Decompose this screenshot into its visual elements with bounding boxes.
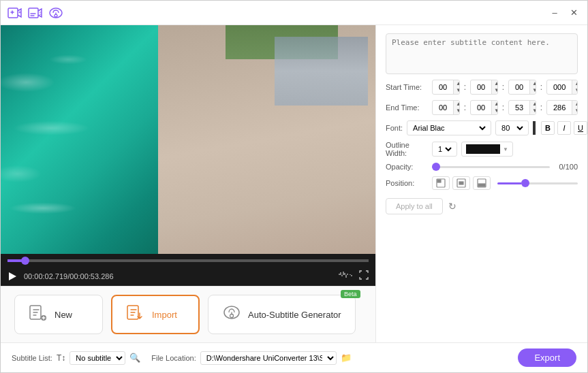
end-min-spinner[interactable]: ▲ ▼ [470,100,498,115]
end-hour-input[interactable] [433,102,453,113]
position-slider[interactable] [497,182,578,184]
outline-row: Outline Width: 1 2 3 ▼ [386,141,578,157]
end-ms-up[interactable]: ▲ [572,101,578,108]
outline-width-select[interactable]: 1 2 3 [432,142,457,157]
file-location-section: File Location: D:\Wondershare UniConvert… [151,351,351,365]
import-icon [126,303,145,326]
end-sec-up[interactable]: ▲ [530,101,536,108]
bold-button[interactable]: B [541,121,555,135]
opacity-row: Opacity: 0/100 [386,163,578,171]
underline-button[interactable]: U [574,121,587,135]
format-buttons: B I U [541,121,587,135]
font-label: Font: [386,124,403,132]
subtitle-icon: T↕ [57,353,65,363]
end-sec-down[interactable]: ▼ [530,108,536,114]
start-hour-up[interactable]: ▲ [454,80,460,87]
app-icons [7,5,63,20]
end-ms-down[interactable]: ▼ [572,108,578,114]
font-size-dropdown[interactable]: 80 60 100 [499,123,525,133]
start-min-down[interactable]: ▼ [492,87,498,94]
window-controls: – ✕ [548,6,581,20]
start-ms-up[interactable]: ▲ [572,80,578,87]
file-path-select[interactable]: D:\Wondershare UniConverter 13\SubEd [200,351,337,365]
start-min-spinner[interactable]: ▲ ▼ [470,80,498,95]
start-time-label: Start Time: [386,83,428,91]
subtitle-search-button[interactable]: 🔍 [129,353,140,363]
refresh-button[interactable]: ↻ [448,201,457,212]
minimize-button[interactable]: – [548,6,561,20]
start-min-up[interactable]: ▲ [492,80,498,87]
end-hour-spinner[interactable]: ▲ ▼ [432,100,460,115]
time-display: 00:00:02.719/00:00:53.286 [24,272,332,280]
end-hour-up[interactable]: ▲ [454,101,460,108]
beta-badge: Beta [341,290,360,298]
waveform-button[interactable] [339,270,354,282]
end-sec-input[interactable] [509,102,529,113]
position-bottom[interactable] [473,176,491,190]
left-panel: 00:00:02.719/00:00:53.286 [1,25,375,342]
start-ms-spinner[interactable]: ▲ ▼ [546,80,578,95]
new-label: New [55,310,72,320]
end-min-down[interactable]: ▼ [492,108,498,114]
file-path-wrapper[interactable]: D:\Wondershare UniConverter 13\SubEd [200,351,337,365]
start-ms-down[interactable]: ▼ [572,87,578,94]
end-hour-down[interactable]: ▼ [454,108,460,114]
colon-4: : [464,103,466,112]
outline-width-dropdown[interactable]: 1 2 3 [435,144,454,154]
outline-color-picker[interactable]: ▼ [461,142,513,157]
start-sec-down[interactable]: ▼ [530,87,536,94]
position-top-left[interactable] [432,176,450,190]
subtitle-ai-icon[interactable] [48,5,63,20]
start-min-input[interactable] [471,82,491,93]
end-min-btns: ▲ ▼ [491,101,498,114]
subtitle-list-section: Subtitle List: T↕ No subtitle 🔍 [12,351,140,365]
italic-button[interactable]: I [557,121,571,135]
export-button[interactable]: Export [518,348,576,367]
subtitle-select-wrapper[interactable]: No subtitle [69,351,125,365]
new-card[interactable]: New [14,295,103,334]
main-content: 00:00:02.719/00:00:53.286 [1,25,587,342]
end-min-input[interactable] [471,102,491,113]
font-family-select[interactable]: Arial Blac Arial Times New Roman [407,120,491,135]
add-clip-icon[interactable] [7,5,22,20]
start-hour-input[interactable] [433,82,453,93]
start-sec-up[interactable]: ▲ [530,80,536,87]
start-sec-spinner[interactable]: ▲ ▼ [508,80,536,95]
font-size-select[interactable]: 80 60 100 [495,120,529,135]
start-sec-input[interactable] [509,82,529,93]
end-ms-input[interactable] [547,102,572,113]
start-hour-spinner[interactable]: ▲ ▼ [432,80,460,95]
add-subtitle-icon[interactable] [28,5,43,20]
auto-subtitle-card[interactable]: Beta Auto-Subtitle Generator [208,295,356,334]
start-hour-down[interactable]: ▼ [454,87,460,94]
svg-marker-4 [9,272,16,280]
opacity-slider[interactable] [432,166,550,168]
subtitle-select[interactable]: No subtitle [69,351,125,365]
colon-5: : [502,103,504,112]
foam-overlay [1,25,170,254]
end-ms-spinner[interactable]: ▲ ▼ [546,100,578,115]
progress-bar[interactable] [7,259,369,262]
play-button[interactable] [7,272,17,281]
progress-thumb [21,257,29,265]
font-family-dropdown[interactable]: Arial Blac Arial Times New Roman [410,123,488,133]
import-card[interactable]: Import [111,295,200,334]
fullscreen-button[interactable] [359,270,369,282]
video-area [1,25,375,254]
end-sec-spinner[interactable]: ▲ ▼ [508,100,536,115]
video-controls: 00:00:02.719/00:00:53.286 [1,266,375,286]
apply-row: Apply to all ↻ [386,198,578,214]
apply-all-button[interactable]: Apply to all [386,198,443,214]
auto-subtitle-icon [222,303,241,326]
end-min-up[interactable]: ▲ [492,101,498,108]
browse-folder-button[interactable]: 📁 [341,353,352,363]
svg-rect-22 [437,180,441,182]
start-ms-input[interactable] [547,82,572,93]
position-row: Position: [386,176,578,190]
close-button[interactable]: ✕ [567,6,581,20]
subtitle-input[interactable] [386,33,578,74]
start-hour-btns: ▲ ▼ [453,80,460,94]
position-center[interactable] [452,176,470,190]
start-min-btns: ▲ ▼ [491,80,498,94]
font-color-picker[interactable] [533,121,536,135]
